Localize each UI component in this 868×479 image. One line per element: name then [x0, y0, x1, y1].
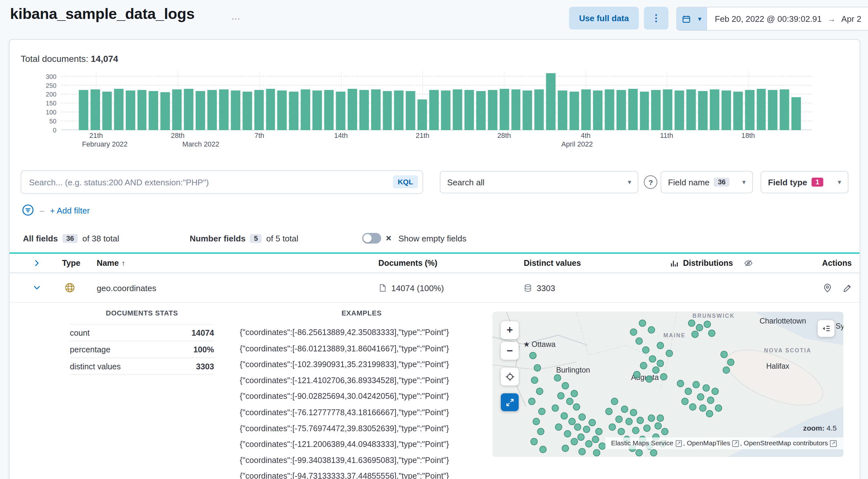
map-point — [574, 423, 581, 431]
fields-table-header: Type Name ↑ Documents (%) Distinct value… — [10, 254, 860, 273]
zoom-out-button[interactable]: − — [501, 342, 519, 360]
map-point — [632, 427, 640, 434]
map-point — [618, 428, 625, 436]
map-point — [625, 418, 633, 425]
stats-row: count14074 — [70, 324, 214, 342]
documents-stats-block: DOCUMENTS STATS count14074percentage100%… — [70, 309, 214, 375]
map-point — [633, 371, 641, 378]
show-empty-fields-toggle[interactable] — [362, 233, 381, 244]
histogram-bar — [254, 90, 264, 130]
add-filter-button[interactable]: + Add filter — [50, 205, 90, 215]
documents-value: 14074 (100%) — [391, 283, 444, 293]
map-controls: + − — [501, 321, 519, 414]
edit-field-action-icon[interactable] — [842, 283, 852, 293]
x-axis-tick-label: 14th — [334, 132, 348, 139]
map-point — [571, 438, 578, 445]
example-value: {"coordinates":[-86.01213889,31.86041667… — [240, 341, 484, 356]
map-point — [660, 373, 668, 381]
map-point — [598, 442, 606, 450]
expand-all-button[interactable] — [10, 259, 61, 267]
map-point — [573, 403, 580, 411]
map-point — [642, 346, 650, 354]
x-axis-tick-label: 18th — [741, 132, 755, 139]
map-attribution: Elastic Maps Service↗, OpenMapTiles↗, Op… — [606, 437, 844, 449]
map-point — [652, 366, 659, 374]
external-link-icon: ↗ — [732, 440, 739, 447]
help-icon[interactable]: ? — [644, 175, 658, 189]
column-header-distributions[interactable]: Distributions — [670, 259, 776, 268]
field-name-count-badge: 36 — [714, 178, 730, 187]
map-marker-action-icon[interactable] — [823, 283, 832, 293]
map-point — [615, 416, 623, 423]
eye-slash-icon[interactable] — [744, 259, 753, 268]
kql-badge[interactable]: KQL — [393, 175, 418, 188]
search-all-value: Search all — [447, 177, 484, 187]
x-axis-labels: 21th28th7th14th21th28th4th11th18th — [79, 132, 801, 140]
histogram-bar — [604, 89, 614, 130]
date-start[interactable]: Feb 20, 2022 @ 00:39:02.91 — [715, 14, 822, 24]
title-options-icon[interactable]: ⋯ — [230, 12, 243, 25]
collapse-row-button[interactable] — [10, 284, 61, 291]
histogram-bar — [558, 90, 567, 130]
date-range-picker[interactable]: ▾ Feb 20, 2022 @ 00:39:02.91 → Apr 2 — [676, 7, 868, 31]
histogram-bar — [243, 92, 252, 130]
column-header-type[interactable]: Type — [61, 259, 97, 268]
map-point — [704, 321, 711, 328]
map-point — [684, 388, 692, 395]
x-axis-tick-label: 28th — [171, 132, 184, 139]
column-header-documents[interactable]: Documents (%) — [378, 259, 524, 268]
filter-icon[interactable] — [22, 204, 34, 216]
attribution-separator: , — [740, 439, 744, 447]
fields-summary-bar: All fields 36 of 38 total Number fields … — [23, 233, 859, 244]
distributions-header-label: Distributions — [683, 259, 733, 268]
map-point — [536, 388, 544, 395]
map-point — [636, 337, 643, 345]
documents-stats-table: count14074percentage100%distinct values3… — [70, 324, 214, 375]
use-full-data-button[interactable]: Use full data — [569, 7, 639, 30]
histogram-bar — [336, 92, 345, 130]
kebab-icon: ⋮ — [651, 13, 661, 23]
legend-toggle-button[interactable] — [818, 320, 834, 337]
histogram-bar — [756, 89, 766, 130]
date-end[interactable]: Apr 2 — [841, 14, 861, 24]
chevron-down-icon — [33, 284, 41, 291]
stats-label: percentage — [70, 345, 110, 354]
field-name-dropdown[interactable]: Field name 36 ▾ — [661, 171, 753, 193]
stats-value: 100% — [193, 345, 214, 354]
column-header-distinct-values[interactable]: Distinct values — [524, 259, 671, 268]
column-header-name[interactable]: Name ↑ — [97, 259, 378, 268]
attribution-link[interactable]: OpenMapTiles — [687, 439, 730, 447]
attribution-separator: , — [683, 439, 687, 447]
search-all-dropdown[interactable]: Search all ▾ — [440, 171, 638, 193]
distinct-values-cell: 3303 — [524, 283, 671, 293]
y-axis-labels: 050100150200250300 — [10, 71, 57, 130]
histogram-bar — [125, 90, 135, 130]
map-point — [554, 374, 561, 382]
zoom-in-button[interactable]: + — [501, 321, 519, 339]
distinct-values-value: 3303 — [537, 283, 555, 293]
fullscreen-button[interactable] — [501, 393, 519, 411]
histogram-bar — [172, 90, 182, 130]
map-point — [621, 406, 628, 413]
coordinates-map[interactable]: BRUNSWICKCharlottetownSyMAINE★OttawaNOVA… — [492, 312, 843, 457]
set-view-button[interactable] — [501, 368, 519, 385]
map-point — [571, 390, 578, 397]
x-axis-tick-label: 11th — [660, 132, 673, 139]
map-point — [528, 398, 536, 405]
search-input[interactable] — [21, 171, 423, 193]
date-range-display: Feb 20, 2022 @ 00:39:02.91 → Apr 2 — [707, 7, 868, 30]
y-axis-tick-label: 300 — [46, 73, 57, 80]
map-point — [691, 331, 699, 338]
field-stats-panel: Total documents: 14,074 0501001502002503… — [9, 39, 860, 479]
attribution-link[interactable]: OpenStreetMap contributors — [744, 439, 828, 447]
histogram-bar — [628, 89, 638, 130]
number-fields-label: Number fields — [190, 233, 245, 243]
quick-select-button[interactable]: ▾ — [677, 7, 707, 30]
map-point — [534, 364, 541, 372]
map-point — [649, 355, 656, 362]
table-row-geo-coordinates[interactable]: geo.coordinates 14074 (100%) 3303 — [10, 273, 860, 303]
attribution-link[interactable]: Elastic Maps Service — [611, 439, 673, 447]
kebab-menu-button[interactable]: ⋮ — [644, 7, 669, 30]
field-type-dropdown[interactable]: Field type 1 ▾ — [761, 171, 848, 193]
histogram-bar — [184, 89, 193, 130]
